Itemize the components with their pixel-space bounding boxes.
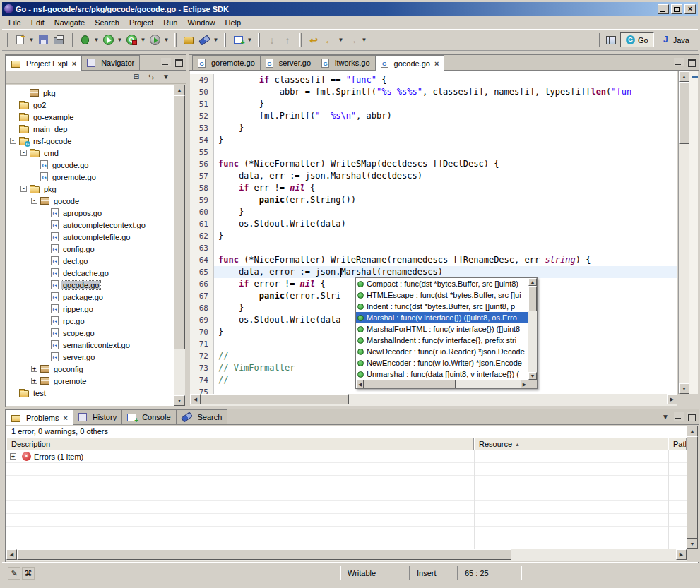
run-coverage-button[interactable]: Q — [124, 32, 139, 49]
popup-horizontal-scrollbar[interactable]: ◀ ▶ — [356, 380, 528, 388]
debug-dropdown[interactable]: ▼ — [93, 32, 100, 49]
problems-vertical-scrollbar[interactable]: ▲ ▼ — [687, 426, 698, 549]
collapse-all-button[interactable]: ⊟ — [131, 72, 142, 82]
maximize-view-button[interactable] — [687, 412, 696, 421]
editor-tab-goremote.go[interactable]: goremote.go — [192, 55, 261, 70]
next-annotation-button[interactable]: ↓ — [264, 32, 280, 49]
view-menu-button[interactable]: ▼ — [660, 412, 671, 422]
column-header-description[interactable]: Description — [6, 438, 474, 450]
external-tools-dropdown[interactable]: ▼ — [162, 32, 170, 49]
tab-project-explorer[interactable]: Project Expl × — [6, 55, 82, 71]
open-console-button[interactable] — [230, 32, 246, 49]
save-button[interactable] — [35, 32, 51, 49]
scroll-down-button[interactable]: ▼ — [528, 372, 537, 380]
menu-help[interactable]: Help — [220, 17, 247, 28]
expander-plus-icon[interactable]: + — [10, 453, 16, 460]
editor-tab-server.go[interactable]: server.go — [260, 55, 316, 70]
tree-item-package.go[interactable]: package.go — [6, 291, 174, 303]
expander-minus-icon[interactable]: - — [10, 138, 16, 144]
forward-dropdown[interactable]: ▼ — [360, 32, 368, 49]
annotation-ruler[interactable] — [689, 71, 698, 394]
expander-minus-icon[interactable]: - — [31, 198, 37, 204]
new-wizard-button[interactable] — [12, 32, 28, 49]
minimize-view-button[interactable] — [674, 412, 684, 421]
popup-vertical-scrollbar[interactable]: ▲ ▼ — [528, 278, 537, 380]
autocomplete-item[interactable]: NewEncoder : func(w io.Writer) *json.Enc… — [356, 357, 528, 368]
expander-plus-icon[interactable]: + — [31, 378, 37, 384]
scroll-left-button[interactable]: ◀ — [190, 394, 201, 404]
tree-item-goremote.go[interactable]: goremote.go — [6, 171, 174, 183]
tree-item-ripper.go[interactable]: ripper.go — [6, 303, 174, 315]
autocomplete-item[interactable]: Marshal : func(v interface{}) ([]uint8, … — [356, 312, 528, 323]
tree-item-scope.go[interactable]: scope.go — [6, 327, 174, 339]
scroll-thumb[interactable] — [679, 82, 689, 144]
expander-minus-icon[interactable]: - — [20, 186, 27, 192]
column-header-resource[interactable]: Resource▲ — [474, 438, 668, 450]
overview-ruler[interactable]: ▲ ▼ — [678, 71, 689, 394]
explorer-vertical-scrollbar[interactable]: ▲ ▼ — [174, 85, 185, 406]
tab-console[interactable]: Console — [121, 409, 176, 424]
minimize-window-button[interactable] — [658, 4, 669, 14]
toolbar-handle[interactable] — [299, 33, 302, 47]
maximize-window-button[interactable] — [671, 4, 682, 14]
autocomplete-item[interactable]: Unmarshal : func(data []uint8, v interfa… — [356, 368, 528, 380]
tree-item-go-example[interactable]: go-example — [6, 111, 174, 123]
scroll-up-button[interactable]: ▲ — [687, 426, 698, 436]
autocomplete-item[interactable]: NewDecoder : func(r io.Reader) *json.Dec… — [356, 346, 528, 357]
open-resource-button[interactable] — [181, 32, 196, 49]
column-divider[interactable] — [474, 450, 475, 549]
expander-minus-icon[interactable]: - — [20, 150, 27, 156]
tree-item-cmd[interactable]: -cmd — [6, 147, 174, 159]
perspective-go-button[interactable]: G Go — [620, 32, 654, 47]
search-dropdown[interactable]: ▼ — [212, 32, 220, 49]
code-line[interactable]: 57 data, err := json.Marshal(decldescs) — [190, 170, 677, 182]
autocomplete-item[interactable]: MarshalForHTML : func(v interface{}) ([]… — [356, 323, 528, 335]
search-button[interactable] — [196, 32, 212, 49]
tree-item-pkg[interactable]: pkg — [6, 87, 174, 99]
scroll-thumb[interactable] — [364, 380, 456, 388]
scroll-up-button[interactable]: ▲ — [174, 85, 185, 95]
tree-item-goremote[interactable]: +goremote — [6, 375, 174, 387]
code-line[interactable]: 61 os.Stdout.Write(data) — [190, 218, 677, 230]
tree-item-goconfig[interactable]: +goconfig — [6, 363, 174, 375]
previous-annotation-button[interactable]: ↑ — [280, 32, 295, 49]
annotation-marker[interactable] — [692, 76, 698, 78]
scroll-right-button[interactable]: ▶ — [521, 380, 528, 388]
perspective-bar-handle[interactable] — [598, 33, 600, 47]
minimize-view-button[interactable] — [161, 58, 171, 66]
column-divider[interactable] — [668, 450, 669, 549]
code-line[interactable]: 55 — [190, 146, 677, 158]
editor-tab-gocode.go[interactable]: gocode.go× — [375, 55, 445, 71]
tree-item-config.go[interactable]: config.go — [6, 243, 174, 255]
tree-item-autocompletefile.go[interactable]: autocompletefile.go — [6, 231, 174, 243]
toolbar-handle[interactable] — [258, 33, 260, 47]
debug-button[interactable] — [77, 32, 93, 49]
tree-item-main_dep[interactable]: main_dep — [6, 123, 174, 135]
tree-item-test[interactable]: test — [6, 387, 174, 399]
code-line[interactable]: 62} — [190, 230, 677, 242]
column-header-path[interactable]: Path — [668, 438, 687, 450]
scroll-thumb[interactable] — [687, 436, 698, 539]
run-coverage-dropdown[interactable]: ▼ — [139, 32, 147, 49]
tree-item-autocompletecontext.go[interactable]: autocompletecontext.go — [6, 219, 174, 231]
tree-item-go2[interactable]: go2 — [6, 99, 174, 111]
menu-run[interactable]: Run — [158, 17, 182, 28]
run-dropdown[interactable]: ▼ — [116, 32, 124, 49]
menu-search[interactable]: Search — [90, 17, 124, 28]
scroll-thumb[interactable] — [174, 95, 185, 349]
toolbar-handle[interactable] — [6, 33, 8, 47]
external-tools-button[interactable] — [147, 32, 162, 49]
perspective-java-button[interactable]: J Java — [655, 32, 695, 47]
code-line[interactable]: 65 data, error := json.Marshal(renamedes… — [190, 266, 677, 278]
maximize-view-button[interactable] — [174, 58, 184, 66]
maximize-view-button[interactable] — [687, 58, 696, 66]
fast-view-button[interactable]: ✎ — [8, 567, 20, 580]
code-line[interactable]: 60 } — [190, 206, 677, 218]
close-tab-icon[interactable]: × — [433, 59, 439, 68]
tab-history[interactable]: History — [73, 409, 122, 424]
tree-item-pkg[interactable]: -pkg — [6, 183, 174, 195]
autocomplete-item[interactable]: HTMLEscape : func(dst *bytes.Buffer, src… — [356, 289, 528, 301]
problems-horizontal-scrollbar[interactable]: ◀ ▶ — [6, 549, 687, 561]
view-menu-button[interactable]: ▼ — [160, 72, 172, 82]
open-perspective-button[interactable] — [603, 32, 619, 49]
